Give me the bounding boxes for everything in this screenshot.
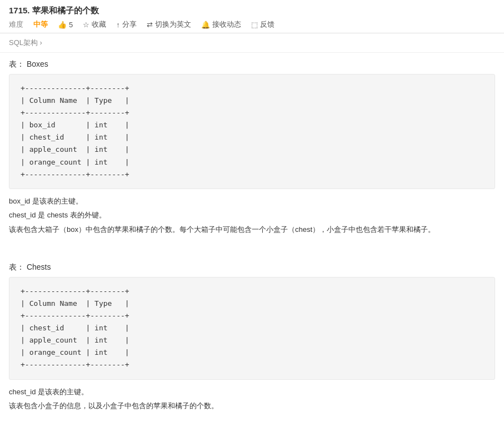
- like-icon: 👍: [58, 21, 67, 29]
- toolbar: 难度 中等 👍 5 ☆ 收藏 ↑ 分享 ⇄ 切换为英文 🔔 接收动态 ⬚ 反馈: [9, 19, 495, 29]
- feedback-label: 反馈: [260, 19, 275, 29]
- chests-table-label: 表： Chests: [9, 262, 495, 273]
- collect-label: 收藏: [92, 19, 106, 29]
- boxes-schema: +--------------+--------+ | Column Name …: [9, 74, 495, 189]
- title-bar: 1715. 苹果和橘子的个数 难度 中等 👍 5 ☆ 收藏 ↑ 分享 ⇄ 切换为…: [0, 0, 504, 33]
- breadcrumb: SQL架构 ›: [0, 33, 504, 53]
- chests-description: chest_id 是该表的主键。 该表包含小盒子的信息，以及小盒子中包含的苹果和…: [0, 380, 504, 422]
- share-label: 分享: [122, 19, 137, 29]
- switch-lang-button[interactable]: ⇄ 切换为英文: [147, 19, 191, 29]
- breadcrumb-link[interactable]: SQL架构 ›: [9, 38, 42, 47]
- chests-schema: +--------------+--------+ | Column Name …: [9, 277, 495, 380]
- feedback-icon: ⬚: [251, 21, 258, 29]
- difficulty-value: 中等: [33, 19, 48, 29]
- bell-icon: 🔔: [201, 21, 210, 29]
- boxes-section: 表： Boxes +--------------+--------+ | Col…: [0, 53, 504, 189]
- like-button[interactable]: 👍 5: [58, 21, 73, 29]
- star-icon: ☆: [83, 21, 89, 29]
- notify-button[interactable]: 🔔 接收动态: [201, 19, 241, 29]
- like-count: 5: [69, 21, 73, 29]
- boxes-table-label: 表： Boxes: [9, 60, 495, 70]
- translate-icon: ⇄: [147, 21, 153, 29]
- chests-table-name: Chests: [27, 262, 51, 271]
- boxes-description: box_id 是该表的主键。 chest_id 是 chests 表的外键。 该…: [0, 189, 504, 245]
- share-icon: ↑: [116, 21, 120, 29]
- share-button[interactable]: ↑ 分享: [116, 19, 137, 29]
- page-title: 1715. 苹果和橘子的个数: [9, 6, 495, 16]
- notify-label: 接收动态: [212, 19, 241, 29]
- collect-button[interactable]: ☆ 收藏: [83, 19, 106, 29]
- feedback-button[interactable]: ⬚ 反馈: [251, 19, 275, 29]
- difficulty-label: 难度: [9, 19, 23, 29]
- chests-section: 表： Chests +--------------+--------+ | Co…: [0, 256, 504, 380]
- switch-label: 切换为英文: [155, 19, 191, 29]
- boxes-table-name: Boxes: [27, 60, 48, 68]
